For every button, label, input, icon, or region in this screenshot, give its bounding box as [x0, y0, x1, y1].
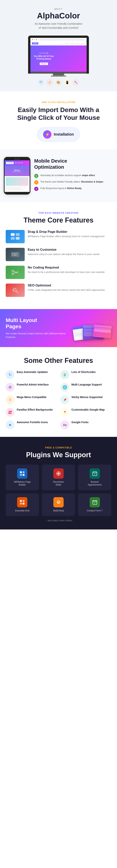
feature-text-nocoding: No Coding Required No need to be a profe… [28, 266, 105, 274]
mobile-feature-1: 1 Absolutely all scrollable sections sup… [34, 174, 113, 178]
phone-nav-dot [15, 163, 17, 163]
feature-img-dnd [6, 230, 25, 243]
feat-cell-parallax: Parallax Effect Backgrounds [6, 408, 56, 417]
nav-dot-yellow [34, 39, 35, 40]
fontello-title: Awesome Fontello Icons [17, 421, 48, 424]
feature-item-dnd: Drag & Drop Page Builder WPBakery Page B… [6, 230, 111, 243]
phone-text-1 [6, 187, 26, 188]
shortcodes-title: Lots of Shortcodes [71, 370, 96, 374]
plugin-mailchimp: MailChimp [42, 493, 75, 516]
plugins-section: Free & Compatible Plugins We Support WPB… [0, 437, 117, 530]
phone-header: ✦ ALPHA [5, 160, 30, 166]
plugin-essgrid: Essential Grid [6, 493, 39, 516]
cf7-name: Contact Form 7 [87, 509, 103, 513]
googlemap-text: Customizable Google Map [71, 408, 105, 411]
plugins-grid: WPBakery Page Builder Revolution Slider [6, 465, 111, 516]
install-label: One Click Installation [6, 101, 111, 104]
easy-auto-icon: ↻ [6, 370, 14, 379]
laptop-stand [53, 73, 64, 75]
feature-img-inner-customize [6, 248, 25, 261]
parallax-svg-icon [8, 410, 12, 414]
svg-rect-33 [23, 500, 25, 502]
feature-item-customize: Easy to Customize Awesome easy-to-use op… [6, 248, 111, 261]
mobile-feature-2: 2 The theme uses Mobile Friendly sliders… [34, 180, 113, 184]
feature-title-nocoding: No Coding Required [28, 266, 105, 270]
scissors-icon [10, 269, 20, 276]
parallax-text: Parallax Effect Backgrounds [17, 408, 53, 411]
fontello-text: Awesome Fontello Icons [17, 421, 48, 424]
admin-icon: ⚙ [6, 383, 14, 392]
install-icon: ⚡ [43, 130, 51, 138]
laptop-nav [30, 38, 87, 41]
phone-text-2 [6, 188, 22, 189]
svg-rect-3 [16, 237, 20, 240]
shortcodes-text: Lots of Shortcodes [71, 370, 96, 374]
googlemap-title: Customizable Google Map [71, 408, 105, 411]
essgrid-svg [20, 500, 25, 505]
plugins-label: Free & Compatible [6, 446, 111, 449]
revslider-icon [53, 468, 64, 479]
svg-rect-21 [10, 412, 11, 414]
meet-subtitle: An Awesome User Friendly Combination of … [4, 22, 113, 30]
mailchimp-svg [56, 500, 61, 505]
install-heading: Easily Import Demo With a Single Click o… [6, 106, 111, 122]
phone-mockup: ✦ ALPHA About 1 Home / About 1 [4, 157, 30, 194]
phone-top-bar [5, 158, 30, 160]
svg-rect-10 [13, 255, 16, 255]
svg-rect-19 [10, 411, 11, 412]
feature-icon-2: ⚡ [46, 79, 53, 86]
feature-img-nocoding [6, 266, 25, 279]
screen-logo: ALPHA [32, 42, 38, 44]
svg-rect-35 [23, 503, 25, 504]
core-features-label: For Easy Website Creation [6, 212, 111, 214]
feat-cell-multilang: 🌐 Multi Language Support [61, 383, 111, 392]
feature-item-nocoding: No Coding Required No need to be a profe… [6, 266, 111, 279]
svg-line-14 [13, 271, 18, 273]
easy-auto-title: Easy Automatic Updates [17, 370, 48, 374]
laptop-icons-row: 🛡 ⚡ 🎨 📱 🔧 [4, 76, 113, 86]
essgrid-icon [17, 497, 27, 507]
pages-mockup [70, 317, 111, 339]
feat-cell-easy-auto: ↻ Easy Automatic Updates [6, 370, 56, 379]
meet-title: AlphaColor [4, 11, 113, 20]
svg-rect-2 [11, 237, 15, 240]
feature-title-dnd: Drag & Drop Page Builder [28, 230, 105, 234]
screen-nav-item [71, 43, 74, 44]
screen-headline: You With All Of YourPrinting Needs [34, 55, 54, 60]
feature-icon-4: 📱 [64, 79, 71, 86]
install-button[interactable]: ⚡ Installation [37, 127, 80, 142]
screen-cta: Services [40, 63, 48, 65]
fontello-icon: ★ [6, 421, 14, 429]
screen-tagline: Let Us Help [34, 52, 54, 54]
feat-cell-shortcodes: {} Lots of Shortcodes [61, 370, 111, 379]
dnd-icon [10, 233, 20, 240]
booked-icon: 7 [90, 468, 100, 479]
svg-rect-34 [20, 503, 22, 504]
laptop-screen: ALPHA Let Us Help You With All Of YourPr… [30, 41, 87, 72]
mobile-heading: Mobile Device Optimization [34, 158, 113, 170]
sticky-title: Sticky Menus Supported [71, 395, 102, 399]
googlefonts-title: Google Fonts [71, 421, 88, 424]
easy-auto-text: Easy Automatic Updates [17, 370, 48, 374]
nav-dot-red [32, 39, 33, 40]
svg-rect-24 [20, 474, 22, 476]
mailchimp-icon [53, 497, 64, 507]
feature-text-1: Absolutely all scrollable sections suppo… [40, 174, 95, 177]
multilang-icon: 🌐 [61, 383, 69, 392]
wpbakery-icon [17, 468, 27, 479]
svg-rect-32 [20, 500, 22, 502]
phone-img [6, 177, 29, 186]
mobile-text-content: Mobile Device Optimization 1 Absolutely … [34, 158, 113, 193]
feature-text-seo: SEO Optimized HTML code integrated into … [28, 284, 105, 292]
feature-title-seo: SEO Optimized [28, 284, 105, 287]
svg-rect-11 [16, 255, 17, 255]
feature-img-customize [6, 248, 25, 261]
other-features-heading: Some Other Features [6, 356, 111, 365]
phone-nav-dot [18, 163, 20, 163]
phone-content [5, 176, 30, 192]
svg-line-17 [16, 291, 18, 293]
feature-desc-customize: Awesome easy-to-use options will adjust … [28, 252, 100, 256]
mobile-feature-3: 3 Fully Responsive layout & Retina Ready [34, 187, 113, 191]
multi-text-content: Multi Layout Pages We create Several Uni… [6, 317, 66, 339]
nav-dot-green [36, 39, 37, 40]
